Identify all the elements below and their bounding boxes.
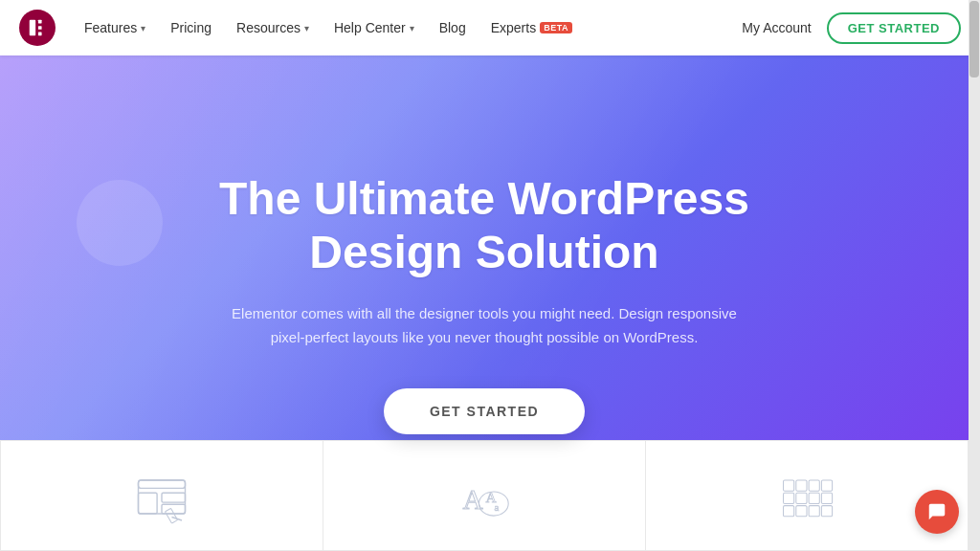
svg-rect-3 bbox=[38, 33, 42, 36]
nav-blog[interactable]: Blog bbox=[430, 14, 476, 41]
typography-icon: A A a bbox=[454, 470, 515, 531]
beta-badge: BETA bbox=[540, 22, 572, 33]
svg-rect-15 bbox=[784, 480, 794, 491]
svg-rect-18 bbox=[821, 480, 832, 491]
nav-menu: Features ▾ Pricing Resources ▾ Help Cent… bbox=[75, 14, 742, 41]
my-account-link[interactable]: My Account bbox=[742, 20, 811, 35]
get-started-nav-button[interactable]: GET STARTED bbox=[827, 12, 961, 44]
nav-resources[interactable]: Resources ▾ bbox=[227, 14, 319, 41]
cards-section: A A a bbox=[0, 440, 969, 551]
svg-rect-17 bbox=[809, 480, 819, 491]
navbar: Features ▾ Pricing Resources ▾ Help Cent… bbox=[0, 0, 980, 55]
chat-button[interactable] bbox=[915, 490, 959, 534]
scrollbar-thumb[interactable] bbox=[969, 1, 979, 77]
svg-rect-5 bbox=[139, 480, 186, 488]
nav-experts[interactable]: Experts BETA bbox=[481, 14, 582, 41]
design-icon bbox=[131, 470, 192, 531]
nav-pricing[interactable]: Pricing bbox=[161, 14, 221, 41]
nav-features[interactable]: Features ▾ bbox=[75, 14, 155, 41]
svg-text:a: a bbox=[495, 501, 500, 513]
svg-rect-22 bbox=[821, 493, 832, 503]
color-palette-icon bbox=[776, 470, 837, 531]
features-chevron-icon: ▾ bbox=[141, 23, 145, 33]
svg-rect-25 bbox=[809, 506, 819, 517]
scrollbar[interactable] bbox=[969, 0, 980, 551]
hero-title: The Ultimate WordPress Design Solution bbox=[168, 172, 800, 277]
svg-rect-2 bbox=[38, 26, 42, 30]
help-chevron-icon: ▾ bbox=[410, 23, 414, 33]
svg-rect-19 bbox=[784, 493, 794, 503]
navbar-right: My Account GET STARTED bbox=[742, 12, 961, 44]
resources-chevron-icon: ▾ bbox=[304, 23, 309, 33]
nav-help-center[interactable]: Help Center ▾ bbox=[324, 14, 424, 41]
hero-cta-button[interactable]: GET STARTED bbox=[384, 388, 585, 434]
card-colors bbox=[645, 440, 969, 551]
svg-rect-16 bbox=[796, 480, 807, 491]
logo[interactable] bbox=[19, 10, 56, 46]
svg-rect-10 bbox=[166, 508, 178, 523]
svg-rect-1 bbox=[38, 20, 42, 24]
svg-rect-7 bbox=[162, 493, 186, 502]
svg-rect-20 bbox=[796, 493, 807, 503]
svg-rect-21 bbox=[809, 493, 819, 503]
hero-content: The Ultimate WordPress Design Solution E… bbox=[92, 172, 877, 433]
svg-rect-24 bbox=[796, 506, 807, 517]
svg-rect-6 bbox=[139, 493, 158, 514]
svg-rect-23 bbox=[784, 506, 794, 517]
hero-subtitle: Elementor comes with all the designer to… bbox=[216, 301, 752, 350]
svg-rect-26 bbox=[821, 506, 832, 517]
card-typography: A A a bbox=[323, 440, 645, 551]
card-design bbox=[0, 440, 323, 551]
hero-section: The Ultimate WordPress Design Solution E… bbox=[0, 55, 969, 551]
svg-rect-0 bbox=[30, 20, 35, 36]
